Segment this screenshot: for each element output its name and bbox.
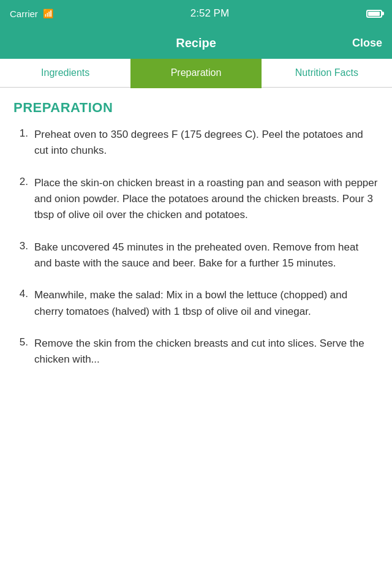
step-number: 5. bbox=[13, 336, 28, 349]
section-title: PREPARATION bbox=[13, 100, 379, 116]
list-item: 2. Place the skin-on chicken breast in a… bbox=[13, 175, 379, 224]
list-item: 5. Remove the skin from the chicken brea… bbox=[13, 336, 379, 368]
status-bar: Carrier 📶 2:52 PM bbox=[0, 0, 392, 27]
tab-ingredients[interactable]: Ingredients bbox=[0, 59, 130, 87]
step-text: Remove the skin from the chicken breasts… bbox=[34, 336, 379, 368]
step-text: Place the skin-on chicken breast in a ro… bbox=[34, 175, 379, 224]
list-item: 3. Bake uncovered 45 minutes in the preh… bbox=[13, 239, 379, 272]
tab-preparation[interactable]: Preparation bbox=[130, 59, 261, 87]
status-time: 2:52 PM bbox=[190, 7, 229, 20]
battery-icon bbox=[366, 10, 382, 18]
nav-title: Recipe bbox=[176, 36, 216, 50]
preparation-content: PREPARATION 1. Preheat oven to 350 degre… bbox=[0, 88, 392, 586]
step-number: 3. bbox=[13, 239, 28, 252]
step-text: Bake uncovered 45 minutes in the preheat… bbox=[34, 239, 379, 272]
nav-bar: Recipe Close bbox=[0, 27, 392, 59]
step-number: 1. bbox=[13, 127, 28, 140]
step-number: 4. bbox=[13, 287, 28, 300]
steps-list: 1. Preheat oven to 350 degrees F (175 de… bbox=[13, 127, 379, 368]
step-text: Preheat oven to 350 degrees F (175 degre… bbox=[34, 127, 379, 159]
step-number: 2. bbox=[13, 175, 28, 188]
close-button[interactable]: Close bbox=[352, 37, 382, 50]
status-right bbox=[366, 10, 382, 18]
status-left: Carrier 📶 bbox=[10, 9, 53, 19]
carrier-label: Carrier bbox=[10, 9, 38, 19]
tabs-container: Ingredients Preparation Nutrition Facts bbox=[0, 59, 392, 88]
list-item: 1. Preheat oven to 350 degrees F (175 de… bbox=[13, 127, 379, 159]
step-text: Meanwhile, make the salad: Mix in a bowl… bbox=[34, 287, 379, 320]
tab-nutrition[interactable]: Nutrition Facts bbox=[262, 59, 392, 87]
wifi-icon: 📶 bbox=[43, 9, 53, 18]
list-item: 4. Meanwhile, make the salad: Mix in a b… bbox=[13, 287, 379, 320]
